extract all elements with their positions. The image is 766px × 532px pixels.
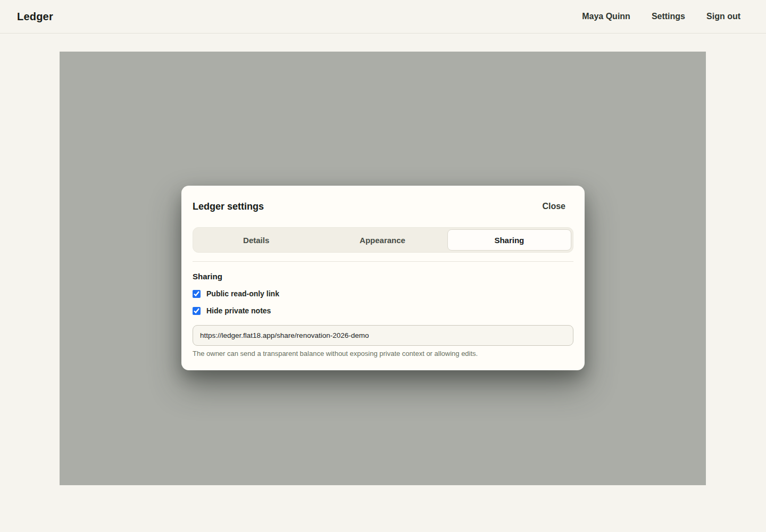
tab-details[interactable]: Details bbox=[195, 229, 318, 251]
nav-settings[interactable]: Settings bbox=[652, 7, 685, 26]
sharing-section-heading: Sharing bbox=[193, 272, 573, 281]
ledger-settings-modal: Ledger settings Close Details Appearance… bbox=[181, 186, 585, 370]
section-divider bbox=[193, 261, 573, 262]
public-read-only-link-label: Public read-only link bbox=[206, 289, 279, 298]
nav-sign-out[interactable]: Sign out bbox=[706, 7, 740, 26]
public-link-row: Public read-only link bbox=[193, 289, 573, 298]
app-logo: Ledger bbox=[17, 11, 53, 23]
share-url-input[interactable] bbox=[193, 325, 573, 346]
modal-header: Ledger settings Close bbox=[193, 200, 573, 213]
hide-private-notes-label: Hide private notes bbox=[206, 306, 271, 315]
modal-title: Ledger settings bbox=[193, 201, 264, 212]
close-button[interactable]: Close bbox=[542, 200, 565, 213]
tab-appearance[interactable]: Appearance bbox=[321, 229, 444, 251]
share-helper-text: The owner can send a transparent balance… bbox=[193, 350, 573, 358]
tab-sharing[interactable]: Sharing bbox=[447, 229, 571, 251]
header-nav: Maya Quinn Settings Sign out bbox=[582, 7, 740, 26]
public-read-only-link-checkbox[interactable] bbox=[193, 290, 201, 298]
app-header: Ledger Maya Quinn Settings Sign out bbox=[0, 0, 766, 34]
hide-private-notes-checkbox[interactable] bbox=[193, 307, 201, 315]
settings-tabbar: Details Appearance Sharing bbox=[193, 227, 573, 253]
hide-private-notes-row: Hide private notes bbox=[193, 306, 573, 315]
nav-user-maya-quinn[interactable]: Maya Quinn bbox=[582, 7, 630, 26]
